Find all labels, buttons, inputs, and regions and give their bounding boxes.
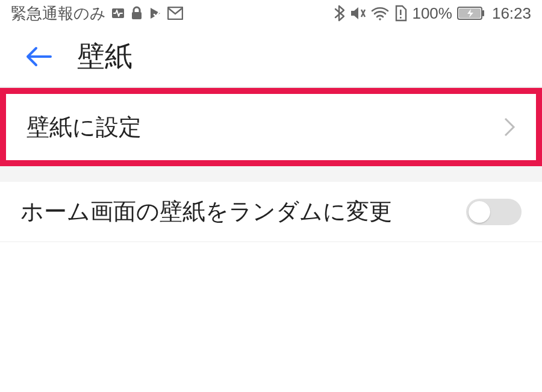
svg-point-3 <box>379 18 382 20</box>
random-wallpaper-label: ホーム画面の壁紙をランダムに変更 <box>20 196 392 227</box>
activity-icon <box>111 6 125 20</box>
status-bar-left: 緊急通報のみ <box>11 3 183 24</box>
highlight-annotation: 壁紙に設定 <box>0 88 542 166</box>
section-gap <box>0 166 542 182</box>
status-bar-right: 100% 16:23 <box>334 4 531 23</box>
set-wallpaper-row[interactable]: 壁紙に設定 <box>6 94 536 160</box>
battery-percentage: 100% <box>412 4 452 23</box>
status-bar: 緊急通報のみ 100% 16:23 <box>0 0 542 26</box>
wifi-icon <box>371 6 389 20</box>
set-wallpaper-label: 壁紙に設定 <box>26 112 142 143</box>
page-title: 壁紙 <box>77 38 132 75</box>
svg-rect-4 <box>400 10 402 15</box>
page-header: 壁紙 <box>0 26 542 87</box>
mute-icon <box>349 5 366 21</box>
svg-rect-5 <box>400 17 402 19</box>
toggle-knob <box>469 201 490 223</box>
lock-icon <box>130 6 143 20</box>
clock: 16:23 <box>492 4 531 23</box>
mail-icon <box>167 7 183 20</box>
play-verified-icon <box>148 6 163 20</box>
carrier-label: 緊急通報のみ <box>11 3 106 24</box>
svg-rect-7 <box>482 10 484 16</box>
sim-alert-icon <box>394 5 407 22</box>
bluetooth-icon <box>334 5 344 22</box>
back-button[interactable] <box>24 45 53 69</box>
random-wallpaper-row[interactable]: ホーム画面の壁紙をランダムに変更 <box>0 182 542 242</box>
battery-charging-icon <box>457 7 485 20</box>
random-wallpaper-toggle[interactable] <box>466 199 522 225</box>
chevron-right-icon <box>503 117 516 137</box>
svg-rect-1 <box>132 12 142 19</box>
